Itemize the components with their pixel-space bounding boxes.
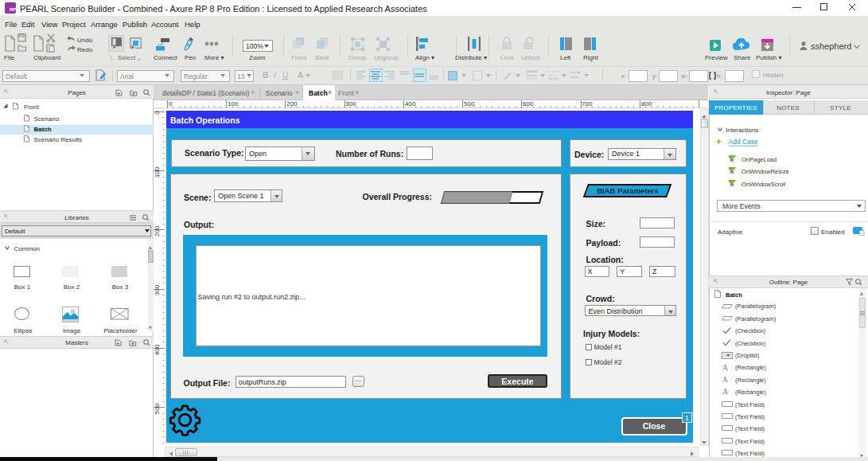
svg-text:BIAB Parameters: BIAB Parameters xyxy=(597,186,659,195)
